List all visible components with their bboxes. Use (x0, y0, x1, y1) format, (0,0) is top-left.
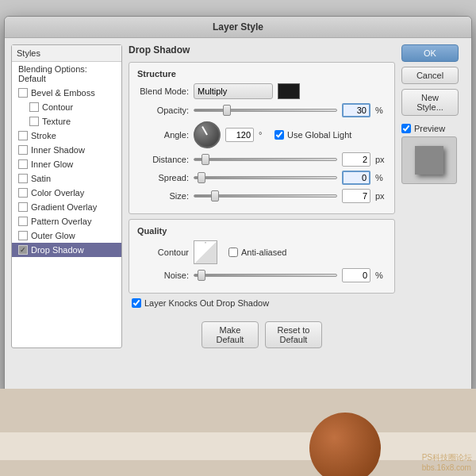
size-input[interactable]: 7 (342, 189, 370, 203)
make-default-button[interactable]: Make Default (202, 321, 259, 348)
spread-row: Spread: 0 % (137, 171, 386, 185)
pattern-overlay-checkbox[interactable] (18, 217, 28, 226)
stroke-checkbox[interactable] (18, 131, 28, 140)
sidebar-item-satin[interactable]: Satin (12, 171, 121, 186)
opacity-slider-track[interactable] (194, 109, 337, 112)
opacity-input[interactable]: 30 (342, 103, 370, 117)
distance-slider-track[interactable] (194, 158, 337, 161)
layer-knocks-checkbox[interactable] (132, 298, 141, 308)
angle-dial[interactable] (194, 121, 221, 148)
size-unit: px (375, 191, 386, 201)
noise-slider-container (194, 274, 337, 277)
new-style-button[interactable]: New Style... (401, 89, 459, 116)
inner-shadow-label: Inner Shadow (31, 145, 85, 155)
satin-label: Satin (31, 174, 51, 183)
contour-label: Contour (42, 102, 73, 112)
drop-shadow-checkbox[interactable] (18, 245, 28, 255)
sidebar-item-blending[interactable]: Blending Options: Default (12, 62, 121, 86)
pattern-overlay-label: Pattern Overlay (31, 217, 91, 226)
anti-aliased-label[interactable]: Anti-aliased (228, 248, 286, 257)
ok-button[interactable]: OK (401, 44, 459, 62)
opacity-slider-thumb[interactable] (223, 105, 231, 116)
layer-knocks-label[interactable]: Layer Knocks Out Drop Shadow (132, 298, 269, 308)
inner-glow-label: Inner Glow (31, 159, 73, 169)
size-label: Size: (137, 191, 189, 201)
contour-thumbnail[interactable] (194, 240, 217, 264)
noise-slider-thumb[interactable] (198, 270, 205, 281)
dialog-title: Layer Style (213, 21, 263, 33)
section-header: Drop Shadow (129, 44, 395, 57)
sidebar-item-stroke[interactable]: Stroke (12, 129, 121, 143)
spread-slider-container (194, 176, 337, 179)
distance-input[interactable]: 2 (342, 152, 370, 167)
color-overlay-label: Color Overlay (31, 188, 84, 198)
opacity-row: Opacity: 30 % (137, 103, 386, 117)
sidebar-item-inner-glow[interactable]: Inner Glow (12, 157, 121, 171)
spread-slider-track[interactable] (194, 176, 337, 179)
sidebar-item-pattern-overlay[interactable]: Pattern Overlay (12, 214, 121, 228)
distance-label: Distance: (137, 155, 189, 164)
angle-input[interactable]: 120 (225, 128, 254, 142)
anti-aliased-checkbox[interactable] (228, 248, 238, 257)
distance-unit: px (375, 155, 386, 164)
distance-slider-container (194, 158, 337, 161)
size-row: Size: 7 px (137, 189, 386, 203)
contour-row: Contour Anti-aliased (137, 240, 386, 264)
texture-checkbox[interactable] (29, 117, 39, 126)
satin-checkbox[interactable] (18, 174, 28, 183)
sidebar-title: Styles (12, 45, 121, 62)
preview-checkbox[interactable] (401, 124, 411, 133)
backdrop: Layer Style Styles Blending Options: Def… (0, 0, 476, 476)
sidebar-item-gradient-overlay[interactable]: Gradient Overlay (12, 200, 121, 214)
inner-glow-checkbox[interactable] (18, 159, 28, 169)
sidebar-item-inner-shadow[interactable]: Inner Shadow (12, 143, 121, 157)
contour-label: Contour (137, 248, 189, 257)
noise-slider-track[interactable] (194, 274, 337, 277)
spread-slider-thumb[interactable] (198, 172, 205, 183)
angle-row: Angle: 120 ° Use Global Light (137, 121, 386, 148)
blend-mode-row: Blend Mode: Multiply Normal Dissolve Scr… (137, 83, 386, 99)
noise-unit: % (375, 271, 386, 280)
blend-mode-select[interactable]: Multiply Normal Dissolve Screen Overlay (194, 83, 273, 99)
reset-default-button[interactable]: Reset to Default (265, 321, 322, 348)
inner-shadow-checkbox[interactable] (18, 145, 28, 155)
blend-color-swatch[interactable] (278, 83, 300, 99)
sidebar-item-texture[interactable]: Texture (12, 114, 121, 129)
sidebar: Styles Blending Options: Default Bevel &… (11, 44, 122, 348)
preview-box (401, 136, 457, 184)
size-slider-thumb[interactable] (211, 190, 219, 202)
layer-knocks-text: Layer Knocks Out Drop Shadow (144, 298, 269, 308)
noise-input[interactable]: 0 (342, 268, 370, 282)
bevel-checkbox[interactable] (18, 88, 28, 98)
blending-options-label: Blending Options: Default (18, 64, 115, 83)
use-global-light-label[interactable]: Use Global Light (274, 130, 351, 140)
brown-circle (309, 413, 381, 476)
sidebar-item-drop-shadow[interactable]: Drop Shadow (12, 243, 121, 257)
spread-input[interactable]: 0 (342, 171, 370, 185)
sidebar-item-bevel[interactable]: Bevel & Emboss (12, 86, 121, 100)
bottom-buttons: Make Default Reset to Default (129, 321, 395, 348)
texture-label: Texture (42, 117, 71, 126)
contour-checkbox[interactable] (29, 102, 39, 112)
structure-title: Structure (137, 69, 386, 79)
dialog-body: Styles Blending Options: Default Bevel &… (5, 38, 471, 355)
gradient-overlay-label: Gradient Overlay (31, 202, 97, 212)
use-global-light-checkbox[interactable] (274, 130, 284, 140)
sidebar-item-color-overlay[interactable]: Color Overlay (12, 186, 121, 200)
opacity-unit: % (375, 106, 386, 115)
distance-slider-thumb[interactable] (202, 154, 209, 165)
color-overlay-checkbox[interactable] (18, 188, 28, 198)
gradient-overlay-checkbox[interactable] (18, 202, 28, 212)
size-slider-track[interactable] (194, 194, 337, 198)
cancel-button[interactable]: Cancel (401, 67, 459, 84)
preview-text: Preview (414, 124, 445, 133)
preview-label-row[interactable]: Preview (401, 124, 465, 133)
outer-glow-checkbox[interactable] (18, 231, 28, 240)
layer-style-dialog: Layer Style Styles Blending Options: Def… (4, 16, 472, 397)
sidebar-item-outer-glow[interactable]: Outer Glow (12, 228, 121, 243)
size-slider-container (194, 194, 337, 198)
opacity-slider-container (194, 109, 337, 112)
distance-row: Distance: 2 px (137, 152, 386, 167)
opacity-label: Opacity: (137, 106, 189, 115)
sidebar-item-contour[interactable]: Contour (12, 100, 121, 114)
